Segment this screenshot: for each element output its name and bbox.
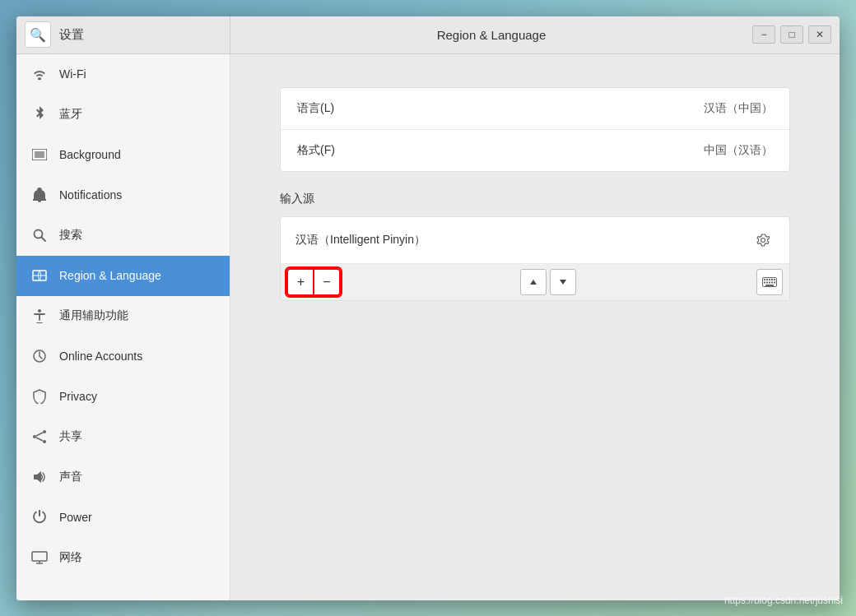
share-icon (30, 427, 49, 447)
search-button[interactable]: 🔍 (25, 21, 51, 48)
sidebar-item-wifi-label: Wi-Fi (59, 67, 86, 81)
titlebar: 🔍 设置 Region & Language − □ ✕ (16, 16, 840, 54)
svg-line-12 (36, 438, 43, 441)
svg-rect-28 (765, 285, 774, 286)
svg-point-6 (38, 309, 41, 313)
window-controls: − □ ✕ (752, 25, 840, 44)
power-icon (30, 507, 49, 527)
svg-rect-18 (764, 279, 765, 280)
bluetooth-icon (30, 104, 49, 124)
sidebar-item-online-accounts[interactable]: Online Accounts (16, 336, 230, 377)
sidebar-item-privacy-label: Privacy (59, 390, 97, 403)
language-value: 汉语（中国） (704, 101, 773, 116)
close-button[interactable]: ✕ (808, 25, 831, 44)
remove-input-source-button[interactable]: − (314, 269, 340, 295)
svg-rect-20 (769, 279, 770, 280)
sidebar-item-share-label: 共享 (59, 429, 82, 444)
add-remove-group: + − (287, 269, 340, 295)
minimize-button[interactable]: − (752, 25, 775, 44)
svg-rect-19 (766, 279, 768, 280)
accessibility-icon (30, 306, 49, 326)
svg-rect-21 (771, 279, 773, 280)
sidebar-item-online-accounts-label: Online Accounts (59, 350, 142, 363)
sidebar-item-network[interactable]: 网络 (16, 538, 230, 578)
format-label: 格式(F) (297, 143, 335, 158)
svg-rect-25 (769, 281, 770, 283)
input-sources-title: 输入源 (280, 192, 790, 206)
app-title: 设置 (59, 27, 84, 43)
language-row[interactable]: 语言(L) 汉语（中国） (281, 88, 789, 130)
svg-rect-22 (774, 279, 775, 280)
input-source-item: 汉语（Intelligent Pinyin） (281, 217, 789, 264)
language-label: 语言(L) (297, 101, 334, 116)
move-up-button[interactable] (520, 269, 547, 295)
sidebar-item-region[interactable]: Region & Language (16, 256, 230, 296)
sidebar-item-notifications[interactable]: Notifications (16, 175, 230, 215)
settings-window: 🔍 设置 Region & Language − □ ✕ Wi-Fi (16, 16, 840, 600)
svg-rect-1 (35, 151, 44, 158)
sidebar-item-wifi[interactable]: Wi-Fi (16, 54, 230, 95)
wifi-icon (30, 64, 49, 84)
sidebar-item-bluetooth-label: 蓝牙 (59, 107, 82, 122)
main-panel: 语言(L) 汉语（中国） 格式(F) 中国（汉语） 输入源 汉语（Intelli… (230, 54, 840, 600)
maximize-button[interactable]: □ (780, 25, 803, 44)
sidebar-item-accessibility[interactable]: 通用辅助功能 (16, 296, 230, 336)
search-icon (30, 225, 49, 245)
sidebar-item-background[interactable]: Background (16, 135, 230, 175)
svg-rect-13 (32, 552, 47, 561)
gear-button[interactable] (751, 229, 775, 252)
sidebar-item-network-label: 网络 (59, 550, 82, 565)
network-icon (30, 548, 49, 567)
keyboard-layout-button[interactable] (756, 269, 783, 295)
input-source-label: 汉语（Intelligent Pinyin） (295, 233, 426, 248)
language-format-card: 语言(L) 汉语（中国） 格式(F) 中国（汉语） (280, 87, 790, 172)
svg-point-9 (43, 440, 46, 443)
sidebar-item-background-label: Background (59, 148, 121, 161)
notifications-icon (30, 185, 49, 205)
online-accounts-icon (30, 346, 49, 366)
sidebar-item-sound[interactable]: 声音 (16, 457, 230, 498)
sidebar-item-sound-label: 声音 (59, 470, 82, 484)
input-sources-toolbar: + − (281, 264, 789, 300)
svg-rect-27 (774, 281, 775, 283)
watermark: https://blog.csdn.net/jushisi (724, 595, 843, 606)
sidebar-item-power[interactable]: Power (16, 498, 230, 538)
svg-rect-26 (771, 281, 773, 283)
svg-line-11 (36, 433, 43, 436)
svg-point-8 (43, 430, 46, 433)
svg-point-10 (33, 435, 36, 438)
format-row[interactable]: 格式(F) 中国（汉语） (281, 130, 789, 171)
move-buttons-group (520, 269, 576, 295)
svg-rect-24 (766, 281, 768, 283)
sound-icon (30, 467, 49, 487)
sidebar-item-notifications-label: Notifications (59, 188, 122, 201)
move-down-button[interactable] (550, 269, 576, 295)
sidebar-item-search[interactable]: 搜索 (16, 215, 230, 256)
titlebar-left: 🔍 设置 (16, 16, 230, 53)
sidebar-item-power-label: Power (59, 511, 92, 524)
format-value: 中国（汉语） (704, 143, 773, 158)
svg-rect-23 (764, 281, 765, 283)
add-input-source-button[interactable]: + (287, 269, 314, 295)
sidebar-item-bluetooth[interactable]: 蓝牙 (16, 95, 230, 135)
region-icon (30, 266, 49, 285)
sidebar-item-privacy[interactable]: Privacy (16, 377, 230, 417)
sidebar-item-region-label: Region & Language (59, 269, 161, 282)
privacy-icon (30, 387, 49, 406)
window-title: Region & Language (230, 28, 752, 42)
sidebar-item-search-label: 搜索 (59, 228, 82, 243)
svg-point-16 (761, 238, 765, 242)
input-sources-card: 汉语（Intelligent Pinyin） + − (280, 216, 790, 301)
sidebar-item-accessibility-label: 通用辅助功能 (59, 308, 128, 323)
background-icon (30, 145, 49, 164)
sidebar: Wi-Fi 蓝牙 Background Notifi (16, 54, 230, 600)
svg-line-3 (42, 237, 46, 241)
content-area: Wi-Fi 蓝牙 Background Notifi (16, 54, 840, 600)
sidebar-item-share[interactable]: 共享 (16, 417, 230, 457)
